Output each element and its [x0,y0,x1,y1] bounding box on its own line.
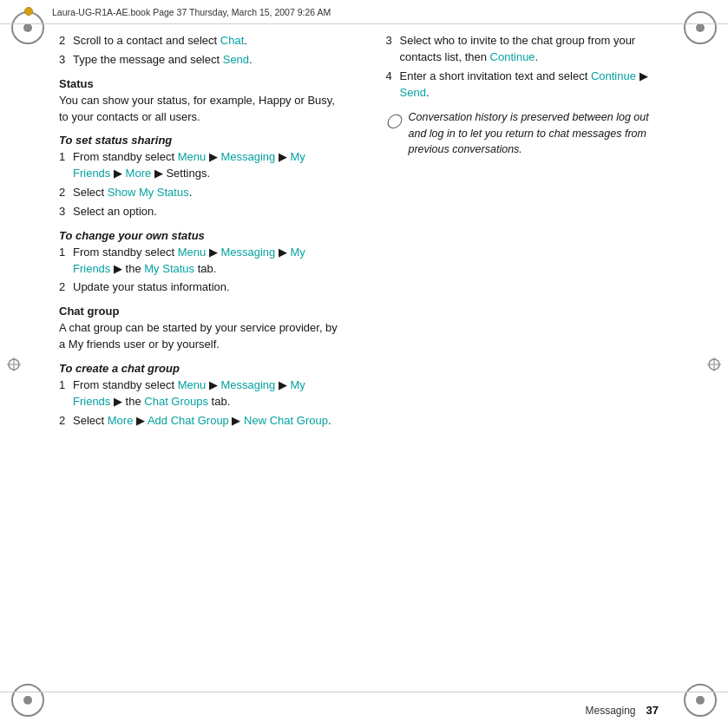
status-heading: Status [59,77,343,90]
change-status-heading: To change your own status [59,229,343,242]
step-num: 3 [59,52,69,69]
crosshair-right [705,356,723,373]
step-content: Scroll to a contact and select Chat. [73,33,343,49]
set-status-step-1: 1 From standby select Menu ▶ Messaging ▶… [59,149,343,182]
main-content: 2 Scroll to a contact and select Chat. 3… [59,26,669,690]
change-status-step-1: 1 From standby select Menu ▶ Messaging ▶… [59,245,343,278]
step-num: 2 [59,33,69,49]
set-status-step-2: 2 Select Show My Status. [59,185,343,201]
right-column: 3 Select who to invite to the chat group… [377,33,670,690]
footer-page: 37 [646,704,659,717]
chat-group-body: A chat group can be started by your serv… [59,320,343,353]
create-chat-heading: To create a chat group [59,362,343,375]
header-text: Laura-UG-R1A-AE.book Page 37 Thursday, M… [52,7,331,17]
create-chat-step-2: 2 Select More ▶ Add Chat Group ▶ New Cha… [59,413,343,430]
set-status-heading: To set status sharing [59,134,343,147]
header-bar: Laura-UG-R1A-AE.book Page 37 Thursday, M… [0,0,728,24]
change-status-step-2: 2 Update your status information. [59,279,343,296]
intro-step-3: 3 Type the message and select Send. [59,52,343,69]
note-block: ◯ Conversation history is preserved betw… [386,109,670,156]
header-dot [24,7,33,16]
link-chat: Chat [220,34,244,47]
chat-group-heading: Chat group [59,305,343,318]
create-chat-step-1: 1 From standby select Menu ▶ Messaging ▶… [59,377,343,410]
footer-bar: Messaging 37 [0,692,728,728]
link-send: Send [223,53,249,66]
footer-category: Messaging [586,705,636,717]
crosshair-left [5,356,23,373]
note-text: Conversation history is preserved betwee… [409,109,670,156]
set-status-step-3: 3 Select an option. [59,204,343,220]
right-step-4: 4 Enter a short invitation text and sele… [386,69,670,102]
right-step-3: 3 Select who to invite to the chat group… [386,33,670,66]
note-icon: ◯ [386,110,402,156]
step-content: Type the message and select Send. [73,52,343,69]
status-body: You can show your status, for example, H… [59,93,343,126]
left-column: 2 Scroll to a contact and select Chat. 3… [59,33,351,690]
intro-step-2: 2 Scroll to a contact and select Chat. [59,33,343,49]
